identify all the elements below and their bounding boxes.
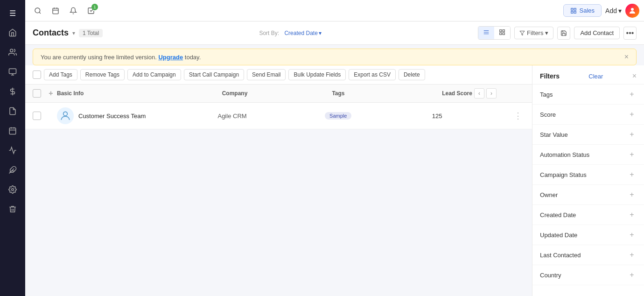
filter-panel-header: Filters Clear × xyxy=(532,65,644,85)
main-content: Contacts ▾ 1 Total Sort By: Created Date… xyxy=(25,21,644,296)
header-checkbox[interactable] xyxy=(33,89,41,98)
add-contact-button[interactable]: Add Contact xyxy=(574,27,620,39)
filter-item-star-value[interactable]: Star Value + xyxy=(532,125,644,145)
svg-rect-5 xyxy=(9,128,16,134)
delete-button[interactable]: Delete xyxy=(399,69,425,80)
add-to-campaign-button[interactable]: Add to Campaign xyxy=(127,69,181,80)
list-view-btn[interactable] xyxy=(478,27,494,39)
sort-by-value[interactable]: Created Date ▾ xyxy=(284,30,321,36)
svg-rect-27 xyxy=(503,30,504,32)
filter-owner-add-btn[interactable]: + xyxy=(627,190,637,199)
alert-upgrade-link[interactable]: Upgrade xyxy=(158,54,183,61)
nav-finances-icon[interactable] xyxy=(4,83,21,100)
filter-item-campaign-status[interactable]: Campaign Status + xyxy=(532,165,644,185)
select-all-checkbox[interactable] xyxy=(33,70,41,79)
add-button[interactable]: Add ▾ xyxy=(605,7,622,14)
contact-name: Customer Success Team xyxy=(78,113,146,120)
svg-point-31 xyxy=(63,112,68,116)
tasks-icon-btn[interactable]: 1 xyxy=(83,3,99,19)
svg-rect-18 xyxy=(571,8,573,10)
send-email-button[interactable]: Send Email xyxy=(247,69,286,80)
filter-tags-add-btn[interactable]: + xyxy=(627,90,637,99)
nav-settings-icon[interactable] xyxy=(4,181,21,198)
add-tags-button[interactable]: Add Tags xyxy=(44,69,77,80)
nav-calendar-icon[interactable] xyxy=(4,122,21,139)
row-actions-btn[interactable]: ⋮ xyxy=(514,111,523,121)
alert-text: You are currently using free limited ver… xyxy=(41,54,201,61)
filter-star-value-add-btn[interactable]: + xyxy=(627,130,637,139)
nav-home-icon[interactable] xyxy=(4,24,21,41)
filter-item-tags[interactable]: Tags + xyxy=(532,85,644,105)
remove-tags-button[interactable]: Remove Tags xyxy=(80,69,125,80)
more-options-btn[interactable]: ••• xyxy=(623,27,637,40)
top-bar-right: Add ▾ xyxy=(605,4,639,18)
toolbar: Add Tags Remove Tags Add to Campaign Sta… xyxy=(25,65,532,85)
column-prev-btn[interactable]: ‹ xyxy=(474,88,484,99)
table-header: + Basic Info Company Tags Lead Score ‹ › xyxy=(25,85,532,103)
filter-item-owner[interactable]: Owner + xyxy=(532,185,644,205)
page-title: Contacts xyxy=(33,28,69,38)
bulk-update-button[interactable]: Bulk Update Fields xyxy=(288,69,346,80)
save-filter-btn[interactable] xyxy=(557,27,570,40)
filter-item-country[interactable]: Country + xyxy=(532,265,644,285)
filter-last-contacted-add-btn[interactable]: + xyxy=(627,250,637,260)
nav-deals-icon[interactable] xyxy=(4,63,21,80)
calendar-icon-btn[interactable] xyxy=(48,3,63,19)
top-bar: 1 Sales Add ▾ xyxy=(25,0,644,21)
export-csv-button[interactable]: Export as CSV xyxy=(349,69,396,80)
filter-clear-btn[interactable]: Clear xyxy=(588,73,603,80)
nav-reports-icon[interactable] xyxy=(4,142,21,159)
row-checkbox[interactable] xyxy=(33,112,41,120)
add-column-btn[interactable]: + xyxy=(49,89,53,98)
view-toggle xyxy=(478,26,511,40)
total-badge: 1 Total xyxy=(79,29,103,37)
page-header: Contacts ▾ 1 Total Sort By: Created Date… xyxy=(25,21,644,45)
svg-rect-26 xyxy=(500,30,502,32)
svg-rect-20 xyxy=(571,11,573,13)
svg-point-12 xyxy=(35,8,40,13)
filter-score-add-btn[interactable]: + xyxy=(627,110,637,119)
filter-country-add-btn[interactable]: + xyxy=(627,270,637,280)
bell-icon-btn[interactable] xyxy=(65,3,81,19)
header-basic-info: Basic Info xyxy=(57,90,222,97)
table-row[interactable]: Customer Success Team Agile CRM Sample 1… xyxy=(25,103,532,129)
svg-rect-19 xyxy=(574,8,576,10)
grid-view-btn[interactable] xyxy=(494,27,510,39)
filter-automation-add-btn[interactable]: + xyxy=(627,150,637,159)
filter-created-date-add-btn[interactable]: + xyxy=(627,210,637,219)
filter-item-updated-date[interactable]: Updated Date + xyxy=(532,225,644,245)
filters-button[interactable]: Filters ▾ xyxy=(514,27,553,39)
nav-documents-icon[interactable] xyxy=(4,103,21,120)
filter-panel-title: Filters xyxy=(540,72,560,80)
search-icon-btn[interactable] xyxy=(30,3,46,19)
contact-avatar xyxy=(57,107,74,124)
filter-item-created-date[interactable]: Created Date + xyxy=(532,205,644,225)
start-call-campaign-button[interactable]: Start Call Campaign xyxy=(184,69,244,80)
filter-item-last-contacted[interactable]: Last Contacted + xyxy=(532,245,644,265)
user-avatar[interactable] xyxy=(625,4,639,18)
nav-contacts-icon[interactable] xyxy=(4,44,21,61)
filter-panel: Filters Clear × Tags + Score + Star Valu… xyxy=(532,65,644,296)
sales-button[interactable]: Sales xyxy=(563,4,602,17)
column-next-btn[interactable]: › xyxy=(486,88,497,99)
nav-plugins-icon[interactable] xyxy=(4,162,21,178)
title-dropdown-arrow[interactable]: ▾ xyxy=(72,30,75,36)
header-tags: Tags xyxy=(332,90,442,97)
table-area: Add Tags Remove Tags Add to Campaign Sta… xyxy=(25,65,644,296)
alert-close-btn[interactable]: × xyxy=(624,53,629,61)
filter-item-score[interactable]: Score + xyxy=(532,105,644,125)
filter-updated-date-add-btn[interactable]: + xyxy=(627,230,637,240)
filter-campaign-status-add-btn[interactable]: + xyxy=(627,170,637,179)
header-right: Filters ▾ Add Contact ••• xyxy=(478,26,637,40)
header-lead-score: Lead Score ‹ › xyxy=(442,88,525,99)
page-title-area: Contacts ▾ 1 Total xyxy=(33,28,103,38)
nav-menu-icon[interactable]: ☰ xyxy=(4,5,21,21)
nav-trash-icon[interactable] xyxy=(4,201,21,218)
svg-rect-29 xyxy=(503,33,504,35)
svg-point-22 xyxy=(631,8,634,11)
svg-rect-28 xyxy=(500,33,502,35)
filter-close-btn[interactable]: × xyxy=(632,72,637,80)
filter-item-automation-status[interactable]: Automation Status + xyxy=(532,145,644,165)
row-basic-info: Customer Success Team xyxy=(57,107,217,124)
header-company: Company xyxy=(222,90,332,97)
